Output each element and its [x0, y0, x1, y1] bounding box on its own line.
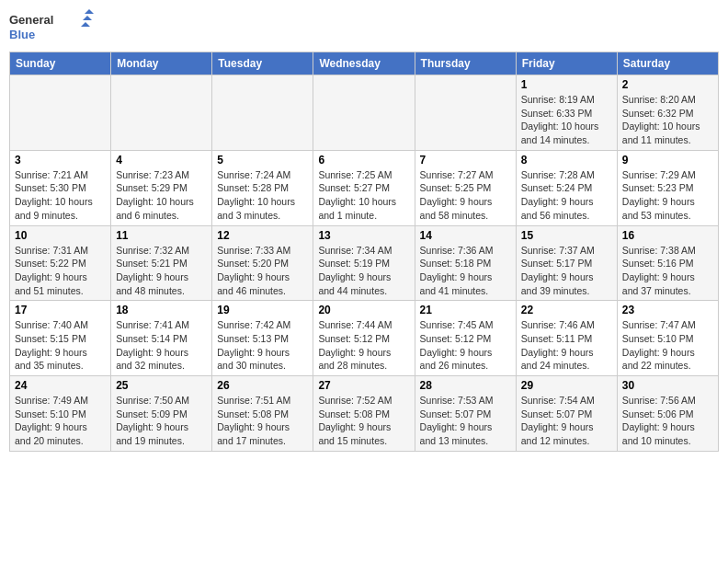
day-cell	[313, 75, 415, 151]
day-info: Sunrise: 7:46 AM Sunset: 5:11 PM Dayligh…	[521, 318, 612, 373]
day-info: Sunrise: 7:21 AM Sunset: 5:30 PM Dayligh…	[15, 168, 106, 223]
day-info: Sunrise: 7:38 AM Sunset: 5:16 PM Dayligh…	[622, 244, 713, 298]
day-number: 30	[622, 379, 713, 392]
day-number: 22	[521, 304, 612, 316]
day-cell: 11Sunrise: 7:32 AM Sunset: 5:21 PM Dayli…	[111, 225, 212, 301]
day-cell: 15Sunrise: 7:37 AM Sunset: 5:17 PM Dayli…	[516, 225, 617, 301]
day-number: 17	[15, 304, 106, 316]
day-number: 10	[15, 229, 106, 242]
page-header: General Blue	[9, 9, 719, 46]
day-number: 20	[318, 304, 409, 316]
day-cell: 16Sunrise: 7:38 AM Sunset: 5:16 PM Dayli…	[617, 225, 718, 301]
day-header-sunday: Sunday	[10, 52, 111, 75]
day-cell: 21Sunrise: 7:45 AM Sunset: 5:12 PM Dayli…	[415, 301, 516, 376]
day-info: Sunrise: 7:31 AM Sunset: 5:22 PM Dayligh…	[15, 244, 106, 298]
day-number: 3	[15, 154, 106, 167]
week-row-4: 24Sunrise: 7:49 AM Sunset: 5:10 PM Dayli…	[10, 376, 719, 452]
day-info: Sunrise: 7:50 AM Sunset: 5:09 PM Dayligh…	[116, 394, 207, 448]
svg-marker-2	[85, 9, 94, 14]
week-row-3: 17Sunrise: 7:40 AM Sunset: 5:15 PM Dayli…	[10, 301, 719, 376]
day-cell: 24Sunrise: 7:49 AM Sunset: 5:10 PM Dayli…	[10, 376, 111, 452]
day-header-saturday: Saturday	[617, 52, 718, 75]
day-header-tuesday: Tuesday	[212, 52, 313, 75]
day-header-wednesday: Wednesday	[313, 52, 415, 75]
day-info: Sunrise: 7:28 AM Sunset: 5:24 PM Dayligh…	[521, 168, 612, 223]
day-number: 29	[521, 379, 612, 392]
day-cell: 18Sunrise: 7:41 AM Sunset: 5:14 PM Dayli…	[111, 301, 212, 376]
day-cell: 19Sunrise: 7:42 AM Sunset: 5:13 PM Dayli…	[212, 301, 313, 376]
svg-text:General: General	[9, 13, 53, 27]
day-cell: 25Sunrise: 7:50 AM Sunset: 5:09 PM Dayli…	[111, 376, 212, 452]
day-number: 1	[521, 78, 612, 91]
day-cell: 28Sunrise: 7:53 AM Sunset: 5:07 PM Dayli…	[415, 376, 516, 452]
svg-text:Blue: Blue	[9, 28, 35, 41]
day-number: 9	[622, 154, 713, 167]
day-info: Sunrise: 7:47 AM Sunset: 5:10 PM Dayligh…	[622, 318, 713, 373]
day-number: 7	[420, 154, 511, 167]
day-cell: 5Sunrise: 7:24 AM Sunset: 5:28 PM Daylig…	[212, 150, 313, 225]
day-info: Sunrise: 7:51 AM Sunset: 5:08 PM Dayligh…	[217, 394, 308, 448]
day-cell: 14Sunrise: 7:36 AM Sunset: 5:18 PM Dayli…	[415, 225, 516, 301]
day-cell: 30Sunrise: 7:56 AM Sunset: 5:06 PM Dayli…	[617, 376, 718, 452]
day-cell: 13Sunrise: 7:34 AM Sunset: 5:19 PM Dayli…	[313, 225, 415, 301]
logo: General Blue	[9, 9, 101, 46]
day-number: 24	[15, 379, 106, 392]
day-cell: 9Sunrise: 7:29 AM Sunset: 5:23 PM Daylig…	[617, 150, 718, 225]
day-info: Sunrise: 7:41 AM Sunset: 5:14 PM Dayligh…	[116, 318, 207, 373]
day-cell: 22Sunrise: 7:46 AM Sunset: 5:11 PM Dayli…	[516, 301, 617, 376]
day-number: 25	[116, 379, 207, 392]
day-number: 19	[217, 304, 308, 316]
day-info: Sunrise: 7:45 AM Sunset: 5:12 PM Dayligh…	[420, 318, 511, 373]
logo-icon: General Blue	[9, 9, 101, 46]
day-cell: 2Sunrise: 8:20 AM Sunset: 6:32 PM Daylig…	[617, 75, 718, 151]
day-cell: 6Sunrise: 7:25 AM Sunset: 5:27 PM Daylig…	[313, 150, 415, 225]
day-cell	[111, 75, 212, 151]
day-number: 21	[420, 304, 511, 316]
day-number: 2	[622, 78, 713, 91]
day-cell	[10, 75, 111, 151]
day-number: 15	[521, 229, 612, 242]
day-info: Sunrise: 7:29 AM Sunset: 5:23 PM Dayligh…	[622, 168, 713, 223]
day-number: 4	[116, 154, 207, 167]
day-number: 26	[217, 379, 308, 392]
day-number: 27	[318, 379, 409, 392]
day-number: 5	[217, 154, 308, 167]
day-info: Sunrise: 7:42 AM Sunset: 5:13 PM Dayligh…	[217, 318, 308, 373]
day-info: Sunrise: 7:54 AM Sunset: 5:07 PM Dayligh…	[521, 394, 612, 448]
day-number: 18	[116, 304, 207, 316]
svg-marker-3	[83, 16, 92, 20]
day-number: 14	[420, 229, 511, 242]
day-header-monday: Monday	[111, 52, 212, 75]
day-info: Sunrise: 7:24 AM Sunset: 5:28 PM Dayligh…	[217, 168, 308, 223]
day-cell: 27Sunrise: 7:52 AM Sunset: 5:08 PM Dayli…	[313, 376, 415, 452]
day-number: 6	[318, 154, 409, 167]
week-row-1: 3Sunrise: 7:21 AM Sunset: 5:30 PM Daylig…	[10, 150, 719, 225]
day-number: 12	[217, 229, 308, 242]
day-number: 8	[521, 154, 612, 167]
day-header-thursday: Thursday	[415, 52, 516, 75]
day-info: Sunrise: 8:20 AM Sunset: 6:32 PM Dayligh…	[622, 93, 713, 147]
week-row-2: 10Sunrise: 7:31 AM Sunset: 5:22 PM Dayli…	[10, 225, 719, 301]
day-info: Sunrise: 7:56 AM Sunset: 5:06 PM Dayligh…	[622, 394, 713, 448]
day-info: Sunrise: 7:32 AM Sunset: 5:21 PM Dayligh…	[116, 244, 207, 298]
day-number: 11	[116, 229, 207, 242]
day-info: Sunrise: 7:52 AM Sunset: 5:08 PM Dayligh…	[318, 394, 409, 448]
calendar-table: SundayMondayTuesdayWednesdayThursdayFrid…	[9, 52, 719, 452]
header-row: SundayMondayTuesdayWednesdayThursdayFrid…	[10, 52, 719, 75]
day-cell	[212, 75, 313, 151]
day-number: 16	[622, 229, 713, 242]
day-cell: 12Sunrise: 7:33 AM Sunset: 5:20 PM Dayli…	[212, 225, 313, 301]
day-info: Sunrise: 8:19 AM Sunset: 6:33 PM Dayligh…	[521, 93, 612, 147]
day-number: 23	[622, 304, 713, 316]
day-cell: 10Sunrise: 7:31 AM Sunset: 5:22 PM Dayli…	[10, 225, 111, 301]
day-cell: 7Sunrise: 7:27 AM Sunset: 5:25 PM Daylig…	[415, 150, 516, 225]
day-header-friday: Friday	[516, 52, 617, 75]
day-cell: 17Sunrise: 7:40 AM Sunset: 5:15 PM Dayli…	[10, 301, 111, 376]
day-cell: 29Sunrise: 7:54 AM Sunset: 5:07 PM Dayli…	[516, 376, 617, 452]
day-info: Sunrise: 7:40 AM Sunset: 5:15 PM Dayligh…	[15, 318, 106, 373]
day-info: Sunrise: 7:23 AM Sunset: 5:29 PM Dayligh…	[116, 168, 207, 223]
day-cell: 23Sunrise: 7:47 AM Sunset: 5:10 PM Dayli…	[617, 301, 718, 376]
day-info: Sunrise: 7:33 AM Sunset: 5:20 PM Dayligh…	[217, 244, 308, 298]
day-info: Sunrise: 7:37 AM Sunset: 5:17 PM Dayligh…	[521, 244, 612, 298]
day-info: Sunrise: 7:44 AM Sunset: 5:12 PM Dayligh…	[318, 318, 409, 373]
